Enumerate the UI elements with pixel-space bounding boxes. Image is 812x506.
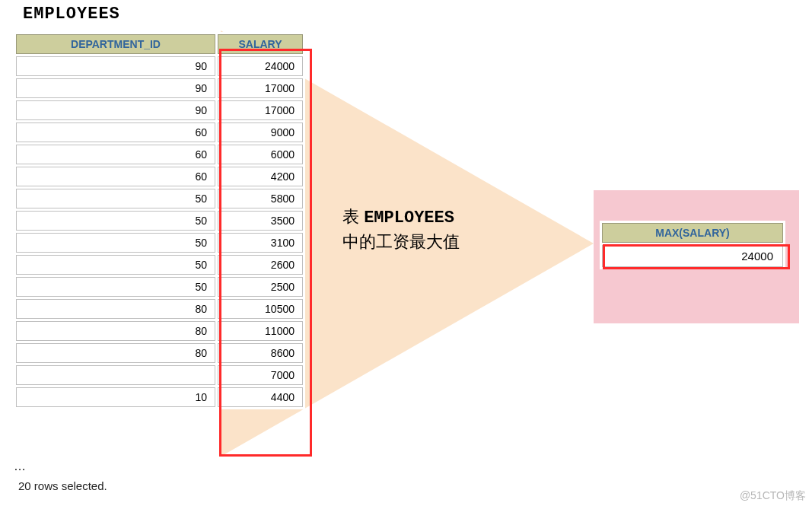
label-line2: 中的工资最大值 xyxy=(342,231,460,254)
table-row: 808600 xyxy=(16,343,303,363)
table-row: 503500 xyxy=(16,211,303,231)
cell-salary: 10500 xyxy=(218,299,303,319)
table-row: 502600 xyxy=(16,255,303,275)
cell-salary: 5800 xyxy=(218,189,303,208)
table-row: 8011000 xyxy=(16,321,303,341)
cell-salary: 2600 xyxy=(218,255,303,275)
cell-dept: 50 xyxy=(16,189,215,208)
result-table: MAX(SALARY) 24000 xyxy=(600,221,785,269)
cell-dept: 50 xyxy=(16,255,215,275)
cell-salary: 9000 xyxy=(218,123,303,142)
table-row: 609000 xyxy=(16,123,303,142)
cell-salary: 17000 xyxy=(218,78,303,98)
cell-salary: 11000 xyxy=(218,321,303,341)
cell-salary: 7000 xyxy=(218,365,303,385)
cell-salary: 4200 xyxy=(218,167,303,186)
cell-salary: 4400 xyxy=(218,387,303,407)
table-row: 9017000 xyxy=(16,100,303,120)
cell-salary: 8600 xyxy=(218,343,303,363)
ellipsis-icon: … xyxy=(14,460,27,473)
result-table-wrap: MAX(SALARY) 24000 xyxy=(600,221,785,269)
cell-dept: 80 xyxy=(16,299,215,319)
col-header-dept: DEPARTMENT_ID xyxy=(16,34,215,54)
col-header-salary: SALARY xyxy=(218,34,303,54)
cell-dept: 60 xyxy=(16,123,215,142)
table-row: 505800 xyxy=(16,189,303,208)
table-row: 606000 xyxy=(16,145,303,164)
cell-salary: 6000 xyxy=(218,145,303,164)
label-line1-code: EMPLOYEES xyxy=(364,208,454,228)
table-row: 9017000 xyxy=(16,78,303,98)
cell-dept: 80 xyxy=(16,321,215,341)
rows-selected-label: 20 rows selected. xyxy=(18,479,107,492)
cell-dept: 50 xyxy=(16,277,215,297)
explanation-label: 表 EMPLOYEES 中的工资最大值 xyxy=(342,205,460,254)
watermark: @51CTO博客 xyxy=(740,489,806,503)
result-value: 24000 xyxy=(602,245,783,267)
cell-dept: 50 xyxy=(16,233,215,253)
cell-dept: 90 xyxy=(16,78,215,98)
cell-dept: 90 xyxy=(16,100,215,120)
table-row: 7000 xyxy=(16,365,303,385)
cell-dept xyxy=(16,365,215,385)
cell-salary: 3500 xyxy=(218,211,303,231)
table-row: 604200 xyxy=(16,167,303,186)
table-row: 8010500 xyxy=(16,299,303,319)
table-row: 502500 xyxy=(16,277,303,297)
result-header: MAX(SALARY) xyxy=(602,223,783,243)
cell-dept: 90 xyxy=(16,56,215,76)
cell-dept: 80 xyxy=(16,343,215,363)
cell-salary: 2500 xyxy=(218,277,303,297)
employees-table: DEPARTMENT_ID SALARY 9024000 9017000 901… xyxy=(14,32,305,409)
cell-dept: 10 xyxy=(16,387,215,407)
table-row: 503100 xyxy=(16,233,303,253)
cell-dept: 60 xyxy=(16,167,215,186)
cell-dept: 50 xyxy=(16,211,215,231)
cell-salary: 17000 xyxy=(218,100,303,120)
cell-salary: 3100 xyxy=(218,233,303,253)
label-line1-pre: 表 xyxy=(342,207,364,226)
cell-dept: 60 xyxy=(16,145,215,164)
cell-salary: 24000 xyxy=(218,56,303,76)
table-title: EMPLOYEES xyxy=(23,5,120,24)
table-row: 9024000 xyxy=(16,56,303,76)
table-row: 104400 xyxy=(16,387,303,407)
